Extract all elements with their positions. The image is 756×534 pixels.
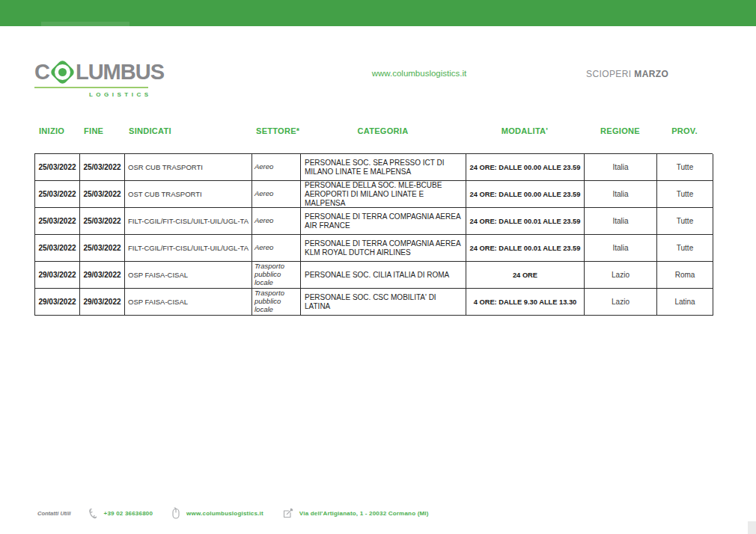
cell-modalita: 24 ORE: DALLE 00.01 ALLE 23.59 xyxy=(466,208,585,235)
column-header-fine: FINE xyxy=(79,126,124,135)
page-title-month: MARZO xyxy=(634,69,668,79)
cell-settore: Aereo xyxy=(252,208,301,235)
cell-fine: 25/03/2022 xyxy=(80,208,125,235)
cell-modalita: 24 ORE xyxy=(466,262,585,289)
table-row: 29/03/2022 29/03/2022 OSP FAISA-CISAL Tr… xyxy=(35,262,713,289)
cell-regione: Italia xyxy=(585,235,657,262)
cell-fine: 29/03/2022 xyxy=(80,289,125,316)
cell-modalita: 24 ORE: DALLE 00.01 ALLE 23.59 xyxy=(466,235,585,262)
cell-regione: Italia xyxy=(585,181,657,208)
logo-letters-lumbus: LUMBUS xyxy=(76,60,164,85)
cell-settore: Aereo xyxy=(252,181,301,208)
table-column-headers: INIZIO FINE SINDICATI SETTORE* CATEGORIA… xyxy=(34,126,713,135)
page-title: SCIOPERI MARZO xyxy=(586,69,668,79)
top-green-bar xyxy=(0,0,756,26)
table-row: 25/03/2022 25/03/2022 FILT-CGIL/FIT-CISL… xyxy=(35,208,713,235)
cell-inizio: 25/03/2022 xyxy=(35,235,80,262)
footer-website-link[interactable]: www.columbuslogistics.it xyxy=(186,510,263,517)
cell-prov: Latina xyxy=(657,289,713,316)
cell-inizio: 25/03/2022 xyxy=(35,154,80,181)
footer-phone-item: +39 02 36636800 xyxy=(88,508,153,519)
cell-regione: Italia xyxy=(585,154,657,181)
corner-scroll-artifact xyxy=(748,521,756,534)
cell-fine: 25/03/2022 xyxy=(80,181,125,208)
table-row: 25/03/2022 25/03/2022 OST CUB TRASPORTI … xyxy=(35,181,713,208)
cell-inizio: 29/03/2022 xyxy=(35,262,80,289)
cell-categoria: PERSONALE SOC. SEA PRESSO ICT DI MILANO … xyxy=(301,154,466,181)
cell-sindacati: OSP FAISA-CISAL xyxy=(125,289,252,316)
cell-modalita: 24 ORE: DALLE 00.00 ALLE 23.59 xyxy=(466,154,585,181)
table-row: 25/03/2022 25/03/2022 FILT-CGIL/FIT-CISL… xyxy=(35,235,713,262)
top-bar-highlight xyxy=(41,22,129,26)
table-row: 29/03/2022 29/03/2022 OSP FAISA-CISAL Tr… xyxy=(35,289,713,316)
cell-inizio: 25/03/2022 xyxy=(35,208,80,235)
page-title-prefix: SCIOPERI xyxy=(586,69,632,79)
footer-website-item: www.columbuslogistics.it xyxy=(171,507,263,519)
footer-phone-number[interactable]: +39 02 36636800 xyxy=(104,510,153,517)
footer-address-item: Via dell'Artigianato, 1 - 20032 Cormano … xyxy=(282,508,429,519)
logo-letter-c: C xyxy=(34,60,49,85)
cell-sindacati: OST CUB TRASPORTI xyxy=(125,181,252,208)
header-website-link[interactable]: www.columbuslogistics.it xyxy=(329,69,509,78)
cell-sindacati: OSR CUB TRASPORTI xyxy=(125,154,252,181)
cell-fine: 25/03/2022 xyxy=(80,235,125,262)
cell-prov: Tutte xyxy=(657,154,713,181)
cell-settore: Aereo xyxy=(252,154,301,181)
column-header-settore: SETTORE* xyxy=(252,126,300,135)
cell-prov: Tutte xyxy=(657,208,713,235)
cell-modalita: 4 ORE: DALLE 9.30 ALLE 13.30 xyxy=(466,289,585,316)
logo-subtitle: LOGISTICS xyxy=(34,91,152,98)
cell-regione: Lazio xyxy=(585,289,657,316)
column-header-regione: REGIONE xyxy=(584,126,656,135)
cell-inizio: 25/03/2022 xyxy=(35,181,80,208)
footer-label: Contatti Utili xyxy=(37,510,71,517)
column-header-categoria: CATEGORIA xyxy=(300,126,466,135)
cell-categoria: PERSONALE DI TERRA COMPAGNIA AEREA AIR F… xyxy=(301,208,466,235)
cell-categoria: PERSONALE SOC. CSC MOBILITA' DI LATINA xyxy=(301,289,466,316)
cell-prov: Roma xyxy=(657,262,713,289)
logo-dot xyxy=(58,68,67,76)
column-header-prov: PROV. xyxy=(656,126,713,135)
strikes-table-body: 25/03/2022 25/03/2022 OSR CUB TRASPORTI … xyxy=(35,154,713,316)
cell-sindacati: OSP FAISA-CISAL xyxy=(125,262,252,289)
cell-sindacati: FILT-CGIL/FIT-CISL/UILT-UIL/UGL-TA xyxy=(125,235,252,262)
cell-settore: Trasporto pubblico locale xyxy=(252,289,301,316)
cell-categoria: PERSONALE SOC. CILIA ITALIA DI ROMA xyxy=(301,262,466,289)
column-header-inizio: INIZIO xyxy=(34,126,79,135)
cell-categoria: PERSONALE DI TERRA COMPAGNIA AEREA KLM R… xyxy=(301,235,466,262)
cell-modalita: 24 ORE: DALLE 00.00 ALLE 23.59 xyxy=(466,181,585,208)
mouse-icon xyxy=(171,507,180,519)
strikes-table: 25/03/2022 25/03/2022 OSR CUB TRASPORTI … xyxy=(34,153,713,316)
phone-icon xyxy=(88,508,98,519)
logo-underline xyxy=(34,87,148,88)
cell-fine: 29/03/2022 xyxy=(80,262,125,289)
edit-icon xyxy=(282,508,293,519)
columbus-logo: C LUMBUS LOGISTICS xyxy=(34,58,148,98)
cell-inizio: 29/03/2022 xyxy=(35,289,80,316)
footer-address: Via dell'Artigianato, 1 - 20032 Cormano … xyxy=(299,510,429,517)
logo-wordmark: C LUMBUS xyxy=(34,58,148,85)
cell-settore: Trasporto pubblico locale xyxy=(252,262,301,289)
footer-contacts: Contatti Utili +39 02 36636800 www.colum… xyxy=(37,507,448,519)
cell-fine: 25/03/2022 xyxy=(80,154,125,181)
cell-sindacati: FILT-CGIL/FIT-CISL/UILT-UIL/UGL-TA xyxy=(125,208,252,235)
cell-settore: Aereo xyxy=(252,235,301,262)
cell-prov: Tutte xyxy=(657,235,713,262)
column-header-sindacati: SINDICATI xyxy=(124,126,252,135)
cell-categoria: PERSONALE DELLA SOC. MLE-BCUBE AEROPORTI… xyxy=(301,181,466,208)
cell-regione: Italia xyxy=(585,208,657,235)
cell-regione: Lazio xyxy=(585,262,657,289)
logo-diamond-icon xyxy=(50,60,75,85)
table-row: 25/03/2022 25/03/2022 OSR CUB TRASPORTI … xyxy=(35,154,713,181)
column-header-modalita: MODALITA' xyxy=(466,126,584,135)
cell-prov: Tutte xyxy=(657,181,713,208)
